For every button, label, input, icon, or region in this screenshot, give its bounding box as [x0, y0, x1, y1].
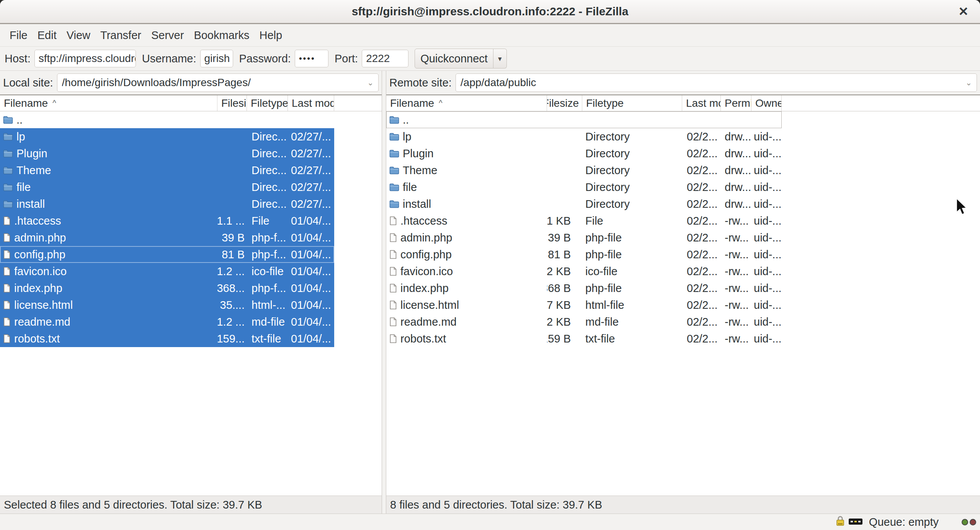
local-file-list: Filename^FilesizeFiletypeLast modified .…	[0, 95, 382, 496]
menu-item-edit[interactable]: Edit	[33, 24, 62, 46]
file-row[interactable]: ..	[0, 111, 334, 128]
filename-cell: index.php	[0, 280, 217, 297]
host-input[interactable]: sftp://impress.cloudron.info	[34, 50, 136, 67]
file-row[interactable]: index.php368 Bphp-file02/2...-rw...uid-.…	[386, 280, 782, 297]
size-cell	[547, 179, 582, 196]
file-row[interactable]: PluginDirec...02/27/...	[0, 145, 334, 162]
column-header-filename[interactable]: Filename^	[0, 95, 217, 111]
menu-item-help[interactable]: Help	[254, 24, 287, 46]
username-input[interactable]: girish	[200, 50, 233, 67]
quickconnect-dropdown-icon[interactable]: ▾	[493, 49, 507, 68]
folder-icon	[3, 166, 13, 174]
filezilla-window: sftp://girish@impress.cloudron.info:2222…	[0, 0, 980, 530]
file-row[interactable]: installDirec...02/27/...	[0, 196, 334, 212]
type-cell: File	[247, 212, 288, 229]
quickconnect-button[interactable]: Quickconnect	[415, 49, 493, 68]
size-cell: 1.2 ...	[217, 263, 247, 280]
file-row[interactable]: .htaccess1.1 ...File01/04/...	[0, 212, 334, 229]
file-row[interactable]: fileDirec...02/27/...	[0, 179, 334, 196]
column-header-filetype[interactable]: Filetype	[247, 95, 288, 111]
type-cell: Directory	[582, 145, 682, 162]
owner-cell: uid-...	[751, 128, 782, 145]
local-pane: Local site: /home/girish/Downloads/Impre…	[0, 71, 382, 514]
filename-cell: ..	[0, 111, 217, 128]
file-row[interactable]: admin.php39 Bphp-f...01/04/...	[0, 229, 334, 246]
modified-cell: 02/2...	[682, 313, 721, 330]
modified-cell: 02/2...	[682, 212, 721, 229]
type-cell: Directory	[582, 162, 682, 179]
file-icon	[3, 250, 11, 259]
modified-cell: 02/2...	[682, 229, 721, 246]
menu-item-file[interactable]: File	[5, 24, 33, 46]
column-header-filename[interactable]: Filename^	[386, 95, 547, 111]
column-header-owner-group[interactable]: Owner/Group	[751, 95, 782, 111]
file-icon	[3, 334, 11, 343]
file-row[interactable]: ThemeDirec...02/27/...	[0, 162, 334, 179]
activity-led-green	[962, 519, 968, 525]
menu-item-server[interactable]: Server	[146, 24, 189, 46]
menu-item-view[interactable]: View	[62, 24, 95, 46]
type-cell: Directory	[582, 196, 682, 212]
size-cell: 1.1 KB	[547, 212, 582, 229]
perms-cell	[721, 111, 751, 128]
file-row[interactable]: favicon.ico1.2 ...ico-file01/04/...	[0, 263, 334, 280]
column-header-permissions[interactable]: Permissions	[721, 95, 751, 111]
file-row[interactable]: admin.php39 Bphp-file02/2...-rw...uid-..…	[386, 229, 782, 246]
file-row[interactable]: config.php81 Bphp-file02/2...-rw...uid-.…	[386, 246, 782, 263]
size-cell	[217, 179, 247, 196]
column-header-last-modified[interactable]: Last modified	[288, 95, 334, 111]
file-row[interactable]: .htaccess1.1 KBFile02/2...-rw...uid-...	[386, 212, 782, 229]
menu-item-transfer[interactable]: Transfer	[95, 24, 146, 46]
folder-icon	[3, 183, 13, 191]
owner-cell: uid-...	[751, 212, 782, 229]
close-icon[interactable]: ✕	[955, 0, 972, 23]
size-cell: 1.2 KB	[547, 313, 582, 330]
file-row[interactable]: readme.md1.2 ...md-file01/04/...	[0, 313, 334, 330]
type-cell: php-f...	[247, 229, 288, 246]
pane-splitter[interactable]	[382, 71, 386, 514]
remote-site-combo[interactable]: /app/data/public ⌄	[456, 73, 977, 92]
file-row[interactable]: readme.md1.2 KBmd-file02/2...-rw...uid-.…	[386, 313, 782, 330]
modified-cell	[288, 111, 334, 128]
file-row[interactable]: fileDirectory02/2...drw...uid-...	[386, 179, 782, 196]
modified-cell: 02/27/...	[288, 162, 334, 179]
titlebar: sftp://girish@impress.cloudron.info:2222…	[0, 0, 980, 24]
column-header-filesize[interactable]: Filesize	[547, 95, 582, 111]
main-split: Local site: /home/girish/Downloads/Impre…	[0, 71, 980, 514]
column-header-filetype[interactable]: Filetype	[582, 95, 682, 111]
local-site-combo[interactable]: /home/girish/Downloads/ImpressPages/ ⌄	[57, 73, 379, 92]
folder-icon	[3, 200, 13, 208]
owner-cell: uid-...	[751, 313, 782, 330]
file-row[interactable]: lpDirectory02/2...drw...uid-...	[386, 128, 782, 145]
file-icon	[389, 250, 397, 259]
file-row[interactable]: config.php81 Bphp-f...01/04/...	[0, 246, 334, 263]
file-row[interactable]: ThemeDirectory02/2...drw...uid-...	[386, 162, 782, 179]
file-row[interactable]: ..	[386, 111, 782, 128]
local-site-bar: Local site: /home/girish/Downloads/Impre…	[0, 71, 382, 95]
column-header-last-modified[interactable]: Last modified	[682, 95, 721, 111]
file-row[interactable]: license.html35....html-...01/04/...	[0, 297, 334, 313]
chevron-down-icon[interactable]: ⌄	[962, 78, 972, 87]
filename-label: Theme	[16, 164, 51, 177]
chevron-down-icon[interactable]: ⌄	[363, 78, 374, 87]
file-row[interactable]: lpDirec...02/27/...	[0, 128, 334, 145]
file-row[interactable]: robots.txt159 Btxt-file02/2...-rw...uid-…	[386, 330, 782, 347]
file-row[interactable]: robots.txt159...txt-file01/04/...	[0, 330, 334, 347]
file-row[interactable]: PluginDirectory02/2...drw...uid-...	[386, 145, 782, 162]
file-row[interactable]: license.html35.7 KBhtml-file02/2...-rw..…	[386, 297, 782, 313]
type-cell: Direc...	[247, 196, 288, 212]
size-cell	[217, 128, 247, 145]
column-header-filesize[interactable]: Filesize	[217, 95, 247, 111]
password-input[interactable]: ••••	[295, 50, 328, 67]
type-cell: php-f...	[247, 280, 288, 297]
filename-label: install	[403, 198, 431, 210]
file-row[interactable]: favicon.ico1.2 KBico-file02/2...-rw...ui…	[386, 263, 782, 280]
port-input[interactable]: 2222	[362, 50, 408, 67]
file-row[interactable]: installDirectory02/2...drw...uid-...	[386, 196, 782, 212]
modified-cell: 02/27/...	[288, 196, 334, 212]
file-row[interactable]: index.php368...php-f...01/04/...	[0, 280, 334, 297]
menu-item-bookmarks[interactable]: Bookmarks	[189, 24, 254, 46]
modified-cell: 02/2...	[682, 263, 721, 280]
type-cell: php-f...	[247, 246, 288, 263]
modified-cell: 02/27/...	[288, 145, 334, 162]
